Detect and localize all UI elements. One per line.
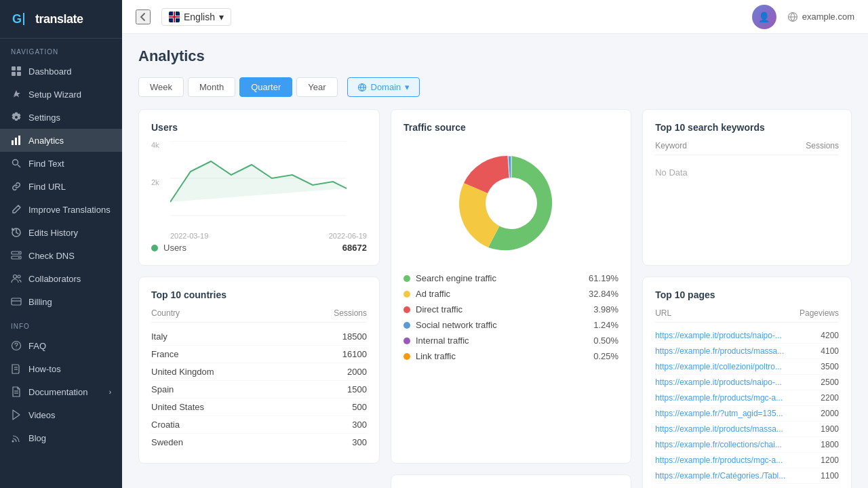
svg-point-40 (486, 178, 537, 229)
sidebar-item-find-url[interactable]: Find URL (0, 175, 122, 198)
page-title: Analytics (138, 47, 852, 65)
domain-filter-label: Domain (371, 82, 401, 92)
sidebar-item-blog[interactable]: Blog (0, 426, 122, 449)
sidebar-item-label: Find Text (28, 159, 64, 169)
table-row: Sweden 300 (151, 434, 367, 451)
globe-icon (357, 83, 367, 92)
sidebar: G translate NAVIGATION Dashboard Setup W… (0, 0, 122, 488)
ad-traffic-dot (403, 291, 410, 298)
sidebar-item-setup-wizard[interactable]: Setup Wizard (0, 83, 122, 106)
sidebar-logo: G translate (0, 0, 122, 39)
url-col-header: URL (655, 308, 671, 318)
svg-point-16 (14, 275, 17, 279)
sidebar-item-settings[interactable]: Settings (0, 106, 122, 129)
svg-rect-3 (12, 66, 16, 70)
legend-item-direct: Direct traffic 3.98% (403, 304, 618, 314)
grid-icon (11, 66, 22, 77)
sidebar-item-label: Dashboard (28, 66, 72, 77)
sidebar-item-label: Blog (28, 433, 46, 443)
page-url-link[interactable]: https://example.it/products/massa... (655, 424, 791, 434)
users-line-chart (170, 141, 367, 229)
sidebar-item-label: Find URL (28, 182, 66, 192)
page-url-link[interactable]: https://example.fr/products/mgc-a... (655, 455, 791, 465)
search-icon (11, 158, 22, 169)
page-row: https://example.it/collezioni/poltro... … (655, 359, 839, 375)
users-card-title: Users (151, 122, 367, 133)
gtranslate-logo-icon: G (11, 9, 30, 28)
sidebar-item-label: Setup Wizard (28, 89, 81, 100)
time-filter-bar: Week Month Quarter Year Domain ▾ (138, 77, 852, 97)
social-traffic-label: Social network traffic (416, 320, 497, 330)
page-row: https://example.it/products/naipo-... 25… (655, 375, 839, 390)
domain-dropdown-icon: ▾ (405, 82, 410, 92)
direct-traffic-pct: 3.98% (593, 304, 618, 314)
sidebar-item-billing[interactable]: Billing (0, 290, 122, 313)
table-row: Italy 18500 (151, 328, 367, 346)
page-row: https://example.fr/products/massa... 410… (655, 344, 839, 359)
page-url-link[interactable]: https://example.it/products/naipo-... (655, 331, 791, 340)
sidebar-item-analytics[interactable]: Analytics (0, 129, 122, 152)
month-button[interactable]: Month (188, 77, 235, 97)
page-views: 4100 (821, 346, 839, 356)
sidebar-item-label: Analytics (28, 136, 64, 146)
sidebar-item-find-text[interactable]: Find Text (0, 152, 122, 175)
sidebar-item-improve-translations[interactable]: Improve Translations (0, 198, 122, 221)
table-row: France 16100 (151, 346, 367, 363)
page-url-link[interactable]: https://example.fr/products/massa... (655, 346, 791, 356)
page-views: 3500 (821, 362, 839, 371)
svg-line-11 (18, 165, 20, 167)
keywords-no-data: No Data (655, 161, 839, 184)
nav-section-label: NAVIGATION (0, 39, 122, 60)
quarter-button[interactable]: Quarter (239, 77, 292, 97)
page-url-link[interactable]: https://example.it/collezioni/poltro... (655, 362, 791, 371)
svg-marker-26 (13, 410, 20, 420)
countries-card: Top 10 countries Country Sessions Italy … (138, 277, 380, 464)
legend-item-internal: Internal traffic 0.50% (403, 336, 618, 346)
page-url-link[interactable]: https://example.fr/?utm_agid=135... (655, 409, 791, 418)
country-col-header: Country (151, 308, 180, 318)
page-views: 2200 (821, 393, 839, 403)
sidebar-item-edits-history[interactable]: Edits History (0, 221, 122, 244)
sidebar-item-how-tos[interactable]: How-tos (0, 357, 122, 380)
page-url-link[interactable]: https://example.fr/collections/chai... (655, 440, 791, 449)
search-traffic-pct: 61.19% (589, 273, 618, 283)
search-traffic-label: Search engine traffic (416, 273, 496, 283)
domain-label: example.com (802, 12, 854, 22)
sidebar-item-faq[interactable]: FAQ (0, 334, 122, 357)
page-url-link[interactable]: https://example.fr/Catégories./Tabl... (655, 471, 791, 481)
link-traffic-pct: 0.25% (593, 351, 618, 361)
sidebar-item-videos[interactable]: Videos (0, 403, 122, 426)
country-name: Italy (151, 331, 167, 342)
language-selector[interactable]: English ▾ (161, 8, 231, 26)
sidebar-item-label: Documentation (28, 387, 87, 397)
week-button[interactable]: Week (138, 77, 184, 97)
legend-item-search: Search engine traffic 61.19% (403, 273, 618, 283)
country-sessions: 500 (352, 402, 367, 412)
traffic-legend: Search engine traffic 61.19% Ad traffic … (403, 273, 618, 361)
svg-point-27 (12, 441, 14, 443)
svg-rect-18 (12, 298, 21, 305)
domain-filter-button[interactable]: Domain ▾ (347, 77, 420, 97)
sidebar-item-check-dns[interactable]: Check DNS (0, 244, 122, 267)
country-name: Spain (151, 384, 174, 394)
sidebar-item-dashboard[interactable]: Dashboard (0, 60, 122, 83)
table-row: Spain 1500 (151, 381, 367, 399)
sidebar-item-label: Collaborators (28, 274, 81, 284)
table-row: Croatia 300 (151, 416, 367, 434)
page-url-link[interactable]: https://example.fr/products/mgc-a... (655, 393, 791, 403)
page-row: https://example.it/products/naipo-... 42… (655, 328, 839, 344)
sidebar-item-label: Improve Translations (28, 205, 111, 215)
year-button[interactable]: Year (296, 77, 337, 97)
flag-icon (169, 12, 180, 22)
sidebar-item-label: Edits History (28, 228, 78, 238)
page-url-link[interactable]: https://example.it/products/naipo-... (655, 378, 791, 387)
ad-traffic-label: Ad traffic (416, 289, 450, 299)
magic-icon (11, 89, 22, 100)
country-name: Sweden (151, 437, 183, 447)
back-button[interactable] (136, 9, 151, 24)
sidebar-item-documentation[interactable]: Documentation › (0, 380, 122, 403)
country-sessions: 300 (352, 420, 367, 430)
chart-y-mid: 2k (151, 178, 159, 186)
sidebar-item-collaborators[interactable]: Collaborators (0, 267, 122, 290)
users-stat: Users 68672 (151, 243, 367, 253)
